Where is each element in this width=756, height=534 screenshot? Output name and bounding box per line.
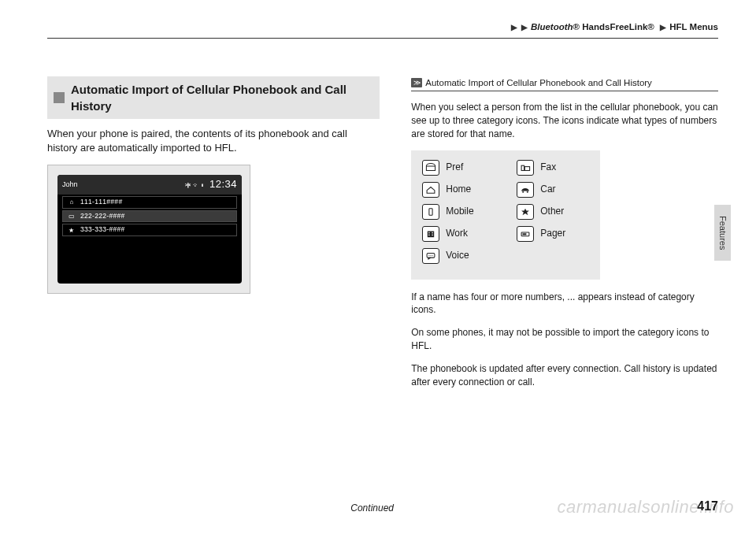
icon-label: Pref xyxy=(446,161,463,174)
svg-rect-11 xyxy=(523,233,527,235)
svg-rect-8 xyxy=(428,234,429,235)
other-icon xyxy=(517,204,534,220)
icon-label: Voice xyxy=(446,249,469,262)
work-icon xyxy=(422,226,439,242)
sidebar-paragraph: The phonebook is updated after every con… xyxy=(411,362,718,389)
home-icon: ⌂ xyxy=(68,198,76,206)
fax-icon xyxy=(517,160,534,176)
svg-rect-1 xyxy=(525,166,530,170)
icon-label: Other xyxy=(540,205,564,218)
phonebook-entry: ★ 333-333-#### xyxy=(62,224,237,236)
chevron-right-icon: ▶ xyxy=(521,22,528,33)
phonebook-entry: ⌂ 111-111#### xyxy=(62,196,237,209)
phone-number: 111-111#### xyxy=(80,198,122,207)
sidebar-title: Automatic Import of Cellular Phonebook a… xyxy=(425,76,652,89)
icon-label: Work xyxy=(446,227,468,240)
breadcrumb-part: HFL Menus xyxy=(669,22,718,32)
square-bullet-icon xyxy=(54,92,65,103)
svg-point-2 xyxy=(522,191,524,192)
divider xyxy=(47,38,718,39)
page-number: 417 xyxy=(697,498,718,515)
star-icon: ★ xyxy=(68,226,76,235)
sidebar-paragraph: On some phones, it may not be possible t… xyxy=(411,326,718,353)
reg-mark: ® xyxy=(573,22,580,32)
chevron-right-icon: ▶ xyxy=(660,22,666,33)
mobile-icon: ▭ xyxy=(68,212,76,221)
voice-icon xyxy=(422,248,439,264)
phone-number: 222-222-#### xyxy=(80,212,125,221)
car-icon xyxy=(517,182,534,198)
sidebar-column: ≫ Automatic Import of Cellular Phonebook… xyxy=(411,76,718,398)
page: ▶▶ Bluetooth® HandsFreeLink® ▶ HFL Menus… xyxy=(0,0,756,534)
side-tab: Features xyxy=(714,205,731,261)
home-icon xyxy=(422,182,439,198)
breadcrumb-part: Bluetooth xyxy=(531,22,573,32)
svg-rect-4 xyxy=(429,208,432,214)
device-screen: John ✱ ᯤ ▮ 12:34 ⌂ 111-111#### ▭ 222-222… xyxy=(57,175,242,284)
section-title: Automatic Import of Cellular Phonebook a… xyxy=(71,81,373,114)
sidebar-paragraph: If a name has four or more numbers, ... … xyxy=(411,291,718,317)
phonebook-entry: ▭ 222-222-#### xyxy=(62,210,237,223)
pref-icon xyxy=(422,160,439,176)
clock: 12:34 xyxy=(209,178,237,190)
footer: Continued 417 xyxy=(47,498,718,515)
icon-legend: Pref Fax Home Car Mobile Other Work Page… xyxy=(411,150,600,280)
screenshot-frame: John ✱ ᯤ ▮ 12:34 ⌂ 111-111#### ▭ 222-222… xyxy=(47,165,250,294)
sidebar-paragraph: When you select a person from the list i… xyxy=(411,101,718,140)
mobile-icon xyxy=(422,204,439,220)
icon-label: Fax xyxy=(540,161,556,174)
sidebar-heading: ≫ Automatic Import of Cellular Phonebook… xyxy=(411,76,718,91)
info-icon: ≫ xyxy=(411,78,422,87)
icon-label: Car xyxy=(540,183,555,196)
icon-label: Mobile xyxy=(446,205,473,218)
chevron-right-icon: ▶ xyxy=(511,22,517,33)
phone-number: 333-333-#### xyxy=(80,225,125,235)
screen-titlebar: John ✱ ᯤ ▮ 12:34 xyxy=(57,175,242,194)
breadcrumb-part: HandsFreeLink xyxy=(582,22,647,32)
section-heading: Automatic Import of Cellular Phonebook a… xyxy=(47,76,380,119)
continued-label: Continued xyxy=(47,502,697,515)
reg-mark: ® xyxy=(647,22,654,32)
pager-icon xyxy=(517,226,534,242)
svg-rect-9 xyxy=(432,234,433,235)
status-icons: ✱ ᯤ ▮ xyxy=(185,182,204,189)
breadcrumb: ▶▶ Bluetooth® HandsFreeLink® ▶ HFL Menus xyxy=(47,20,718,33)
svg-point-15 xyxy=(432,254,433,255)
icon-label: Pager xyxy=(540,227,565,240)
contact-name: John xyxy=(62,180,78,190)
section-body: When your phone is paired, the contents … xyxy=(47,127,380,155)
svg-rect-6 xyxy=(428,232,429,232)
svg-rect-7 xyxy=(432,232,433,232)
svg-rect-5 xyxy=(428,231,434,237)
svg-point-3 xyxy=(527,191,528,192)
svg-point-13 xyxy=(429,254,430,255)
main-column: Automatic Import of Cellular Phonebook a… xyxy=(47,76,380,398)
svg-point-14 xyxy=(431,254,432,255)
svg-rect-0 xyxy=(521,165,524,170)
icon-label: Home xyxy=(446,183,471,196)
